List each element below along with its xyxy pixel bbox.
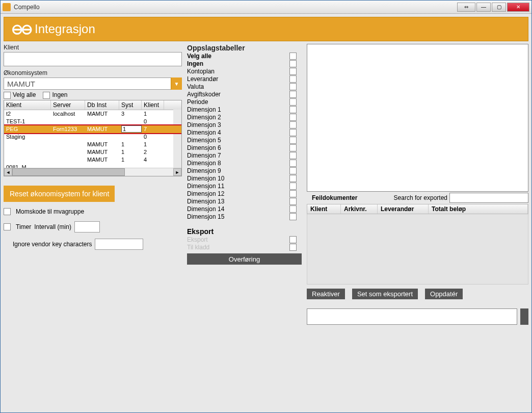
lookup-item-checkbox[interactable] <box>289 205 297 213</box>
table-vscroll[interactable] <box>173 110 181 168</box>
lookup-item-label: Velg alle <box>187 53 211 60</box>
okonomisystem-value[interactable] <box>4 78 182 90</box>
lookup-item-label: Dimensjon 9 <box>187 167 221 174</box>
lookup-item-checkbox[interactable] <box>289 68 297 75</box>
eksport-item-checkbox[interactable] <box>289 244 297 251</box>
lookup-item-checkbox[interactable] <box>289 183 297 190</box>
lookup-item-label: Dimensjon 13 <box>187 198 224 205</box>
reaktiver-button[interactable]: Reaktiver <box>307 289 345 299</box>
table-hscroll[interactable]: ◄ ► <box>4 168 181 176</box>
window-navigate-button[interactable]: ⇔ <box>457 3 475 12</box>
ignore-vendor-input[interactable] <box>95 239 143 250</box>
momskode-label: Momskode til mvagruppe <box>16 208 84 215</box>
col-klientn[interactable]: Klient <box>142 100 164 110</box>
reset-okonomisystem-button[interactable]: Reset økonomisystem for klient <box>4 186 115 202</box>
feil-col-belop[interactable]: Totalt beløp <box>429 204 528 214</box>
link-icon: ⊖⊖ <box>11 21 31 38</box>
ingen-label: Ingen <box>52 91 67 98</box>
preview-panel <box>307 44 528 192</box>
window-title: Compello <box>14 4 457 11</box>
oppslagstabeller-title: Oppslagstabeller <box>187 44 302 52</box>
lookup-item-label: Dimensjon 11 <box>187 183 224 190</box>
lookup-item-checkbox[interactable] <box>289 152 297 159</box>
bottom-submit-button[interactable] <box>520 308 528 325</box>
table-row[interactable]: Staging0 <box>4 133 181 141</box>
search-exported-input[interactable] <box>449 193 528 203</box>
eksport-item-checkbox[interactable] <box>289 236 297 243</box>
eksport-title: Eksport <box>187 227 302 236</box>
lookup-item-label: Ingen <box>187 60 203 67</box>
oppdater-button[interactable]: Oppdatér <box>425 289 463 299</box>
lookup-item-label: Dimensjon 2 <box>187 114 221 121</box>
app-icon <box>3 3 11 11</box>
lookup-item-label: Periode <box>187 98 208 106</box>
lookup-item-checkbox[interactable] <box>289 106 297 113</box>
scroll-thumb[interactable] <box>12 168 125 176</box>
table-row[interactable]: PEGForn1233MAMUT7 <box>4 125 181 133</box>
lookup-item-checkbox[interactable] <box>289 91 297 98</box>
table-row[interactable]: MAMUT11 <box>4 141 181 148</box>
lookup-item-label: Dimensjon 6 <box>187 144 221 151</box>
lookup-item-label: Dimensjon 15 <box>187 213 224 220</box>
lookup-item-checkbox[interactable] <box>289 167 297 174</box>
col-dbinst[interactable]: Db Inst <box>85 100 119 110</box>
syst-input[interactable] <box>121 125 142 133</box>
lookup-item-checkbox[interactable] <box>289 121 297 128</box>
lookup-item-checkbox[interactable] <box>289 53 297 60</box>
lookup-item-label: Dimensjon 4 <box>187 129 221 136</box>
lookup-item-label: Avgiftskoder <box>187 91 221 98</box>
close-button[interactable]: ✕ <box>507 3 529 12</box>
bottom-text-input[interactable] <box>307 308 517 325</box>
lookup-item-label: Dimensjon 8 <box>187 160 221 167</box>
okonomisystem-label: Økonomisystem <box>4 69 182 76</box>
set-eksportert-button[interactable]: Set som eksportert <box>352 289 418 299</box>
eksport-item-label: Eksport <box>187 236 208 243</box>
page-header: ⊖⊖ Integrasjon <box>4 17 528 41</box>
lookup-item-label: Kontoplan <box>187 68 215 75</box>
ingen-checkbox[interactable] <box>43 92 50 99</box>
lookup-item-label: Dimensjon 3 <box>187 121 221 128</box>
lookup-item-checkbox[interactable] <box>289 198 297 205</box>
lookup-item-checkbox[interactable] <box>289 160 297 167</box>
lookup-item-checkbox[interactable] <box>289 213 297 220</box>
lookup-item-checkbox[interactable] <box>289 129 297 136</box>
titlebar: Compello ⇔ — ▢ ✕ <box>1 1 531 14</box>
lookup-item-checkbox[interactable] <box>289 137 297 144</box>
feil-col-arkiv[interactable]: Arkivnr. <box>341 204 378 214</box>
lookup-item-checkbox[interactable] <box>289 83 297 90</box>
table-row[interactable]: TEST-10 <box>4 118 181 125</box>
col-syst[interactable]: Syst <box>119 100 142 110</box>
klient-table: Klient Server Db Inst Syst Klient t2loca… <box>4 100 182 176</box>
lookup-item-label: Dimensjon 10 <box>187 175 224 182</box>
feil-col-klient[interactable]: Klient <box>307 204 341 214</box>
col-klient[interactable]: Klient <box>4 100 51 110</box>
momskode-checkbox[interactable] <box>4 208 11 215</box>
lookup-item-checkbox[interactable] <box>289 175 297 182</box>
table-row[interactable]: MAMUT14 <box>4 156 181 164</box>
feildokumenter-table <box>307 214 528 285</box>
lookup-item-checkbox[interactable] <box>289 190 297 197</box>
intervall-input[interactable] <box>74 221 100 233</box>
chevron-down-icon[interactable]: ▼ <box>171 78 182 90</box>
okonomisystem-dropdown[interactable]: ▼ <box>4 78 182 90</box>
overforing-button[interactable]: Overføring <box>187 253 302 265</box>
page-title: Integrasjon <box>35 22 95 36</box>
col-server[interactable]: Server <box>51 100 85 110</box>
lookup-item-checkbox[interactable] <box>289 144 297 151</box>
feil-col-lev[interactable]: Leverandør <box>378 204 429 214</box>
minimize-button[interactable]: — <box>476 3 491 12</box>
maximize-button[interactable]: ▢ <box>492 3 506 12</box>
scroll-left-icon[interactable]: ◄ <box>4 168 12 176</box>
table-row[interactable]: t2localhostMAMUT31 <box>4 110 181 118</box>
lookup-item-label: Dimensjon 1 <box>187 106 221 113</box>
timer-checkbox[interactable] <box>4 223 11 230</box>
lookup-item-checkbox[interactable] <box>289 98 297 106</box>
lookup-item-checkbox[interactable] <box>289 114 297 121</box>
lookup-item-checkbox[interactable] <box>289 75 297 83</box>
table-row[interactable]: MAMUT12 <box>4 148 181 156</box>
scroll-right-icon[interactable]: ► <box>173 168 181 176</box>
velg-alle-checkbox[interactable] <box>4 92 11 99</box>
eksport-item-label: Til kladd <box>187 244 209 251</box>
klient-input[interactable] <box>4 52 182 66</box>
lookup-item-checkbox[interactable] <box>289 60 297 67</box>
